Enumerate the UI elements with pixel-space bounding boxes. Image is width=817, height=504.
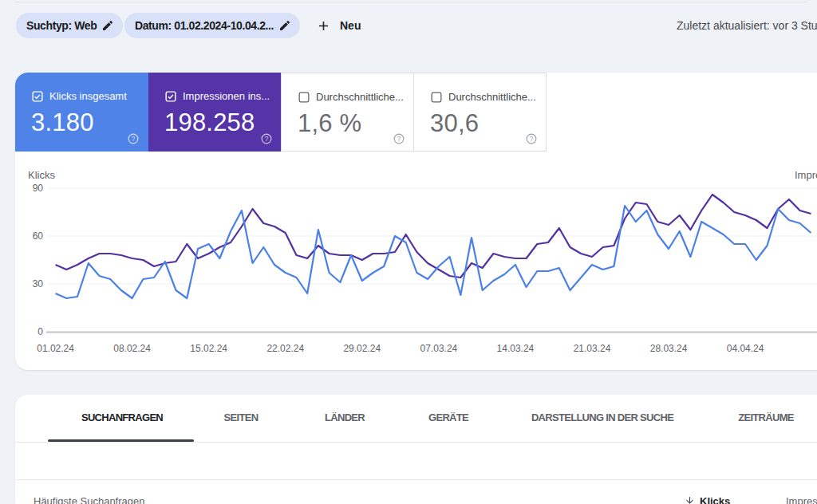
svg-text:08.02.24: 08.02.24 bbox=[113, 343, 151, 354]
svg-text:04.04.24: 04.04.24 bbox=[727, 343, 764, 354]
svg-text:Klicks: Klicks bbox=[28, 169, 55, 181]
svg-text:60: 60 bbox=[33, 230, 44, 242]
svg-text:30: 30 bbox=[33, 278, 44, 289]
svg-text:28.03.24: 28.03.24 bbox=[650, 343, 688, 354]
svg-text:21.03.24: 21.03.24 bbox=[574, 343, 611, 354]
svg-text:29.02.24: 29.02.24 bbox=[343, 343, 381, 354]
svg-text:22.02.24: 22.02.24 bbox=[266, 343, 304, 354]
svg-text:01.02.24: 01.02.24 bbox=[37, 343, 74, 354]
svg-text:Impressionen: Impressionen bbox=[795, 169, 817, 181]
svg-text:90: 90 bbox=[33, 183, 44, 194]
svg-text:0: 0 bbox=[37, 326, 43, 337]
svg-text:07.03.24: 07.03.24 bbox=[420, 343, 458, 354]
svg-text:15.02.24: 15.02.24 bbox=[190, 343, 227, 354]
svg-text:14.03.24: 14.03.24 bbox=[497, 343, 535, 354]
